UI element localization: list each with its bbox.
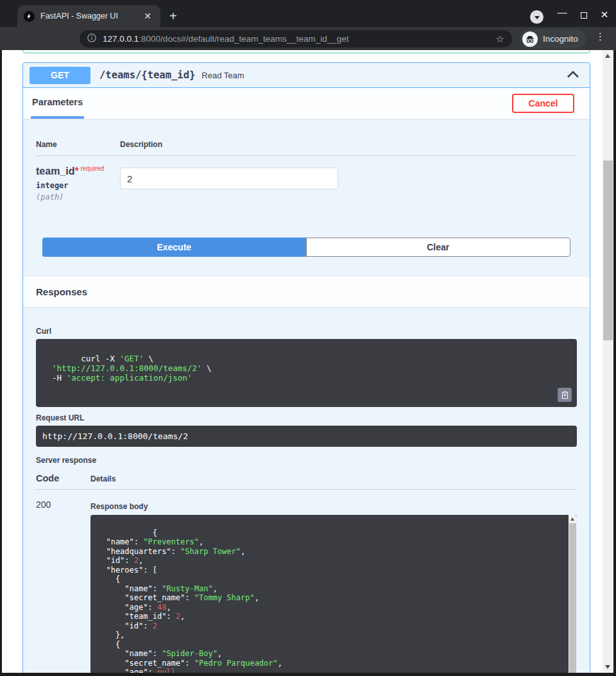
request-url-block: http://127.0.0.1:8000/teams/2 <box>36 426 577 447</box>
opblock-header[interactable]: GET /teams/{team_id} Read Team <box>23 63 590 88</box>
copy-to-clipboard-button[interactable] <box>558 388 572 402</box>
url-bar[interactable]: 127.0.0.1:8000/docs#/default/read_team_t… <box>80 30 512 48</box>
fastapi-favicon <box>24 11 35 22</box>
response-scrollbar-thumb[interactable] <box>569 523 576 673</box>
parameter-location: (path) <box>36 193 120 202</box>
required-label: required <box>81 165 105 172</box>
method-badge: GET <box>30 67 90 84</box>
new-tab-button[interactable]: + <box>169 10 177 22</box>
responses-title: Responses <box>36 286 87 297</box>
browser-menu-icon[interactable]: ⋮ <box>595 31 605 42</box>
collapse-chevron-icon[interactable] <box>567 69 579 81</box>
required-asterisk: * <box>74 166 78 177</box>
column-name: Name <box>36 140 120 149</box>
browser-titlebar: FastAPI - Swagger UI ✕ + — ✕ <box>0 0 616 27</box>
site-info-icon[interactable] <box>87 33 96 44</box>
request-url-label: Request URL <box>36 413 577 422</box>
response-body-label: Response body <box>90 502 577 511</box>
previous-endpoint-block <box>22 50 590 53</box>
server-response-row: 200 Response body { "name": "Preventers"… <box>36 498 577 673</box>
window-minimize-button[interactable]: — <box>554 6 570 17</box>
browser-update-icon[interactable] <box>530 10 543 24</box>
opblock-get-teams: GET /teams/{team_id} Read Team Parameter… <box>22 62 590 673</box>
clear-button[interactable]: Clear <box>306 238 571 257</box>
incognito-icon <box>522 31 538 47</box>
parameter-row-team-id: team_id*required integer (path) <box>36 165 577 202</box>
parameter-name: team_id*required <box>36 165 120 177</box>
page-scroll-up-icon[interactable] <box>605 54 610 58</box>
column-code: Code <box>36 473 90 483</box>
server-response-table-header: Code Details <box>36 473 577 490</box>
curl-label: Curl <box>36 327 577 336</box>
incognito-label: Incognito <box>543 34 578 44</box>
response-body-block: { "name": "Preventers", "headquarters": … <box>90 515 577 673</box>
tab-close-icon[interactable]: ✕ <box>140 11 155 21</box>
parameter-type: integer <box>36 181 120 190</box>
response-body-scrollbar[interactable] <box>569 515 577 673</box>
page-scrollbar[interactable] <box>603 50 613 673</box>
tab-title: FastAPI - Swagger UI <box>40 12 140 21</box>
endpoint-path: /teams/{team_id} <box>99 69 195 81</box>
execute-button-group: Execute Clear <box>42 238 570 257</box>
responses-section-header: Responses <box>23 277 590 307</box>
status-code: 200 <box>36 498 90 510</box>
endpoint-summary: Read Team <box>201 71 244 80</box>
page-scrollbar-thumb[interactable] <box>603 160 613 340</box>
team-id-input[interactable] <box>120 168 338 189</box>
parameters-tab-label: Parameters <box>32 97 83 107</box>
execute-button[interactable]: Execute <box>42 238 306 257</box>
parameter-meta: team_id*required integer (path) <box>36 165 120 202</box>
curl-command-text: curl -X 'GET' \ 'http://127.0.0.1:8000/t… <box>42 354 211 383</box>
swagger-page: GET /teams/{team_id} Read Team Parameter… <box>2 50 613 673</box>
cancel-button[interactable]: Cancel <box>512 94 574 113</box>
parameters-table-header: Name Description <box>36 140 577 156</box>
tab-parameters[interactable]: Parameters <box>31 88 84 119</box>
parameters-section-header: Parameters Cancel <box>23 88 590 119</box>
incognito-badge: Incognito <box>520 29 586 49</box>
scroll-up-icon[interactable] <box>570 517 574 521</box>
url-path: :8000/docs#/default/read_team_teams__tea… <box>139 34 348 44</box>
window-maximize-button[interactable] <box>576 9 592 21</box>
url-text: 127.0.0.1:8000/docs#/default/read_team_t… <box>103 34 349 44</box>
column-details: Details <box>90 474 116 483</box>
response-body-json: { "name": "Preventers", "headquarters": … <box>97 528 282 673</box>
bookmark-star-icon[interactable]: ☆ <box>496 33 504 45</box>
column-description: Description <box>120 140 162 149</box>
browser-tab[interactable]: FastAPI - Swagger UI ✕ <box>17 5 160 27</box>
page-scroll-down-icon[interactable] <box>605 665 610 669</box>
curl-command-block: curl -X 'GET' \ 'http://127.0.0.1:8000/t… <box>36 339 577 407</box>
responses-body: Curl curl -X 'GET' \ 'http://127.0.0.1:8… <box>23 327 590 673</box>
url-host: 127.0.0.1 <box>103 34 139 44</box>
window-close-button[interactable]: ✕ <box>597 9 612 21</box>
server-response-label: Server response <box>36 456 577 465</box>
